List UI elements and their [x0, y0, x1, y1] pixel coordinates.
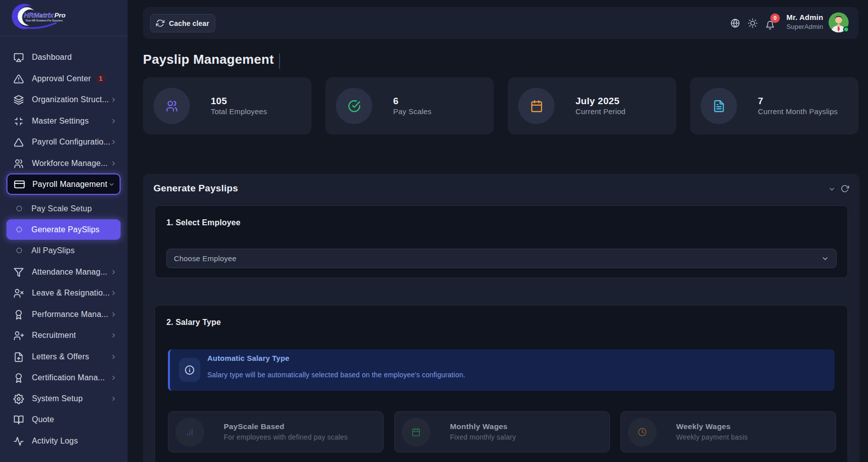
svg-text:Your HR Solution For Success: Your HR Solution For Success: [25, 19, 63, 22]
svg-text:Pro: Pro: [54, 11, 66, 19]
svg-text:HRMatrix: HRMatrix: [24, 11, 54, 19]
